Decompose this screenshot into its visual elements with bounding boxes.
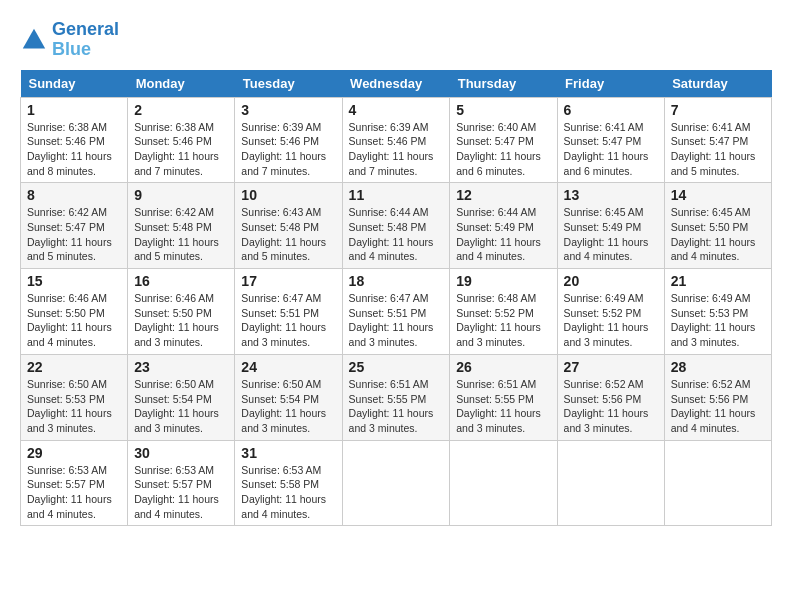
day-number: 4 (349, 102, 444, 118)
calendar-table: SundayMondayTuesdayWednesdayThursdayFrid… (20, 70, 772, 527)
day-number: 18 (349, 273, 444, 289)
day-detail: Sunrise: 6:41 AMSunset: 5:47 PMDaylight:… (671, 120, 765, 179)
calendar-cell: 6Sunrise: 6:41 AMSunset: 5:47 PMDaylight… (557, 97, 664, 183)
day-detail: Sunrise: 6:44 AMSunset: 5:48 PMDaylight:… (349, 205, 444, 264)
calendar-cell: 12Sunrise: 6:44 AMSunset: 5:49 PMDayligh… (450, 183, 557, 269)
day-number: 16 (134, 273, 228, 289)
day-number: 22 (27, 359, 121, 375)
logo-text: GeneralBlue (52, 20, 119, 60)
day-number: 15 (27, 273, 121, 289)
day-detail: Sunrise: 6:51 AMSunset: 5:55 PMDaylight:… (456, 377, 550, 436)
day-number: 8 (27, 187, 121, 203)
week-row-2: 8Sunrise: 6:42 AMSunset: 5:47 PMDaylight… (21, 183, 772, 269)
col-header-sunday: Sunday (21, 70, 128, 98)
calendar-cell: 26Sunrise: 6:51 AMSunset: 5:55 PMDayligh… (450, 354, 557, 440)
day-detail: Sunrise: 6:43 AMSunset: 5:48 PMDaylight:… (241, 205, 335, 264)
day-number: 13 (564, 187, 658, 203)
calendar-cell: 2Sunrise: 6:38 AMSunset: 5:46 PMDaylight… (128, 97, 235, 183)
day-detail: Sunrise: 6:46 AMSunset: 5:50 PMDaylight:… (134, 291, 228, 350)
calendar-cell: 23Sunrise: 6:50 AMSunset: 5:54 PMDayligh… (128, 354, 235, 440)
calendar-cell: 29Sunrise: 6:53 AMSunset: 5:57 PMDayligh… (21, 440, 128, 526)
week-row-3: 15Sunrise: 6:46 AMSunset: 5:50 PMDayligh… (21, 269, 772, 355)
day-detail: Sunrise: 6:53 AMSunset: 5:58 PMDaylight:… (241, 463, 335, 522)
day-detail: Sunrise: 6:45 AMSunset: 5:49 PMDaylight:… (564, 205, 658, 264)
calendar-cell: 10Sunrise: 6:43 AMSunset: 5:48 PMDayligh… (235, 183, 342, 269)
calendar-cell: 14Sunrise: 6:45 AMSunset: 5:50 PMDayligh… (664, 183, 771, 269)
day-number: 7 (671, 102, 765, 118)
week-row-5: 29Sunrise: 6:53 AMSunset: 5:57 PMDayligh… (21, 440, 772, 526)
day-number: 26 (456, 359, 550, 375)
page-header: GeneralBlue (20, 20, 772, 60)
day-number: 3 (241, 102, 335, 118)
day-detail: Sunrise: 6:46 AMSunset: 5:50 PMDaylight:… (27, 291, 121, 350)
day-detail: Sunrise: 6:39 AMSunset: 5:46 PMDaylight:… (349, 120, 444, 179)
day-detail: Sunrise: 6:53 AMSunset: 5:57 PMDaylight:… (134, 463, 228, 522)
day-detail: Sunrise: 6:51 AMSunset: 5:55 PMDaylight:… (349, 377, 444, 436)
day-detail: Sunrise: 6:52 AMSunset: 5:56 PMDaylight:… (564, 377, 658, 436)
day-number: 14 (671, 187, 765, 203)
calendar-cell: 30Sunrise: 6:53 AMSunset: 5:57 PMDayligh… (128, 440, 235, 526)
calendar-cell: 4Sunrise: 6:39 AMSunset: 5:46 PMDaylight… (342, 97, 450, 183)
day-detail: Sunrise: 6:47 AMSunset: 5:51 PMDaylight:… (241, 291, 335, 350)
col-header-saturday: Saturday (664, 70, 771, 98)
calendar-cell: 24Sunrise: 6:50 AMSunset: 5:54 PMDayligh… (235, 354, 342, 440)
col-header-monday: Monday (128, 70, 235, 98)
svg-marker-0 (23, 29, 45, 49)
day-number: 19 (456, 273, 550, 289)
col-header-thursday: Thursday (450, 70, 557, 98)
calendar-cell (450, 440, 557, 526)
calendar-cell: 31Sunrise: 6:53 AMSunset: 5:58 PMDayligh… (235, 440, 342, 526)
col-header-tuesday: Tuesday (235, 70, 342, 98)
day-detail: Sunrise: 6:50 AMSunset: 5:54 PMDaylight:… (241, 377, 335, 436)
calendar-cell: 25Sunrise: 6:51 AMSunset: 5:55 PMDayligh… (342, 354, 450, 440)
calendar-cell: 22Sunrise: 6:50 AMSunset: 5:53 PMDayligh… (21, 354, 128, 440)
day-number: 29 (27, 445, 121, 461)
day-number: 30 (134, 445, 228, 461)
day-detail: Sunrise: 6:49 AMSunset: 5:52 PMDaylight:… (564, 291, 658, 350)
logo-icon (20, 26, 48, 54)
day-number: 31 (241, 445, 335, 461)
day-detail: Sunrise: 6:45 AMSunset: 5:50 PMDaylight:… (671, 205, 765, 264)
day-detail: Sunrise: 6:39 AMSunset: 5:46 PMDaylight:… (241, 120, 335, 179)
day-number: 5 (456, 102, 550, 118)
day-number: 25 (349, 359, 444, 375)
calendar-header-row: SundayMondayTuesdayWednesdayThursdayFrid… (21, 70, 772, 98)
calendar-cell (557, 440, 664, 526)
day-detail: Sunrise: 6:44 AMSunset: 5:49 PMDaylight:… (456, 205, 550, 264)
calendar-cell: 17Sunrise: 6:47 AMSunset: 5:51 PMDayligh… (235, 269, 342, 355)
day-detail: Sunrise: 6:47 AMSunset: 5:51 PMDaylight:… (349, 291, 444, 350)
calendar-cell: 3Sunrise: 6:39 AMSunset: 5:46 PMDaylight… (235, 97, 342, 183)
calendar-cell: 27Sunrise: 6:52 AMSunset: 5:56 PMDayligh… (557, 354, 664, 440)
day-detail: Sunrise: 6:38 AMSunset: 5:46 PMDaylight:… (134, 120, 228, 179)
day-number: 20 (564, 273, 658, 289)
day-detail: Sunrise: 6:42 AMSunset: 5:48 PMDaylight:… (134, 205, 228, 264)
day-detail: Sunrise: 6:53 AMSunset: 5:57 PMDaylight:… (27, 463, 121, 522)
calendar-cell: 15Sunrise: 6:46 AMSunset: 5:50 PMDayligh… (21, 269, 128, 355)
calendar-cell: 28Sunrise: 6:52 AMSunset: 5:56 PMDayligh… (664, 354, 771, 440)
week-row-1: 1Sunrise: 6:38 AMSunset: 5:46 PMDaylight… (21, 97, 772, 183)
calendar-cell: 19Sunrise: 6:48 AMSunset: 5:52 PMDayligh… (450, 269, 557, 355)
col-header-friday: Friday (557, 70, 664, 98)
day-number: 10 (241, 187, 335, 203)
logo: GeneralBlue (20, 20, 119, 60)
calendar-body: 1Sunrise: 6:38 AMSunset: 5:46 PMDaylight… (21, 97, 772, 526)
day-number: 9 (134, 187, 228, 203)
day-detail: Sunrise: 6:38 AMSunset: 5:46 PMDaylight:… (27, 120, 121, 179)
calendar-cell: 1Sunrise: 6:38 AMSunset: 5:46 PMDaylight… (21, 97, 128, 183)
day-detail: Sunrise: 6:42 AMSunset: 5:47 PMDaylight:… (27, 205, 121, 264)
day-number: 17 (241, 273, 335, 289)
calendar-cell: 11Sunrise: 6:44 AMSunset: 5:48 PMDayligh… (342, 183, 450, 269)
week-row-4: 22Sunrise: 6:50 AMSunset: 5:53 PMDayligh… (21, 354, 772, 440)
day-number: 24 (241, 359, 335, 375)
day-number: 27 (564, 359, 658, 375)
calendar-cell: 18Sunrise: 6:47 AMSunset: 5:51 PMDayligh… (342, 269, 450, 355)
calendar-cell: 16Sunrise: 6:46 AMSunset: 5:50 PMDayligh… (128, 269, 235, 355)
calendar-cell: 13Sunrise: 6:45 AMSunset: 5:49 PMDayligh… (557, 183, 664, 269)
day-number: 21 (671, 273, 765, 289)
day-number: 6 (564, 102, 658, 118)
calendar-cell: 20Sunrise: 6:49 AMSunset: 5:52 PMDayligh… (557, 269, 664, 355)
calendar-cell (342, 440, 450, 526)
day-number: 1 (27, 102, 121, 118)
day-detail: Sunrise: 6:41 AMSunset: 5:47 PMDaylight:… (564, 120, 658, 179)
day-number: 12 (456, 187, 550, 203)
